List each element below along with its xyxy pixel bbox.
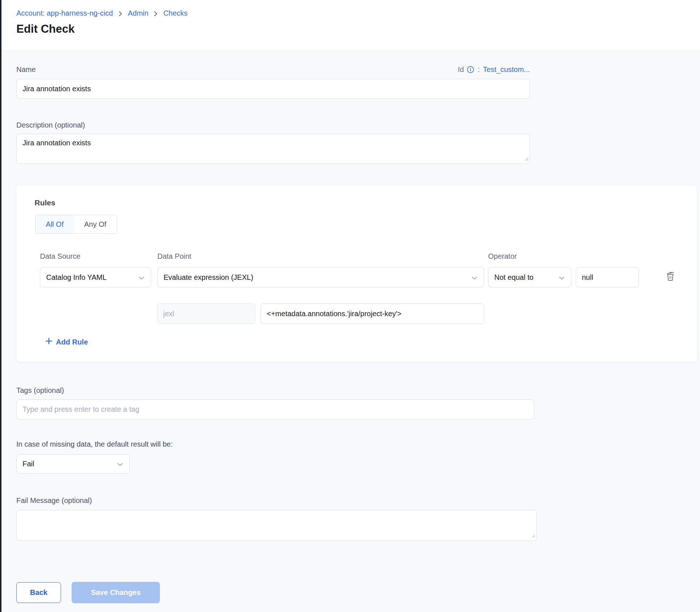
- all-of-tab[interactable]: All Of: [36, 215, 74, 233]
- jexl-input[interactable]: [157, 303, 255, 324]
- operator-column: Operator Not equal to: [488, 253, 571, 287]
- chevron-right-icon: [153, 11, 158, 17]
- data-source-value: Catalog Info YAML: [46, 273, 106, 282]
- data-point-label: Data Point: [157, 253, 484, 260]
- save-changes-button[interactable]: Save Changes: [72, 582, 160, 603]
- tags-input[interactable]: [16, 399, 534, 419]
- any-of-tab[interactable]: Any Of: [74, 215, 117, 233]
- data-point-column: Data Point Evaluate expression (JEXL): [157, 253, 484, 287]
- comparison-value-input[interactable]: [576, 267, 639, 287]
- trash-icon: [665, 270, 675, 283]
- operator-label: Operator: [488, 253, 571, 260]
- resize-handle-icon[interactable]: [530, 533, 535, 539]
- tags-label: Tags (optional): [16, 386, 700, 394]
- rules-mode-toggle: All Of Any Of: [35, 215, 117, 234]
- info-icon[interactable]: [467, 66, 474, 73]
- id-separator: :: [478, 65, 480, 74]
- data-source-select[interactable]: Catalog Info YAML: [40, 267, 151, 287]
- page-header: Account: app-harness-ng-cicd Admin Check…: [1, 0, 700, 51]
- chevron-down-icon: [117, 460, 123, 468]
- form-actions: Back Save Changes: [16, 582, 700, 603]
- rule-row: Data Source Catalog Info YAML Data Point…: [40, 253, 697, 287]
- data-source-label: Data Source: [40, 253, 151, 260]
- edit-check-page: Account: app-harness-ng-cicd Admin Check…: [1, 0, 700, 603]
- page-title: Edit Check: [16, 23, 700, 35]
- fail-message-field: [16, 510, 537, 541]
- rules-card: Rules All Of Any Of Data Source Catalog …: [16, 185, 697, 362]
- edit-check-form: Name Id : Test_custom... Description (op…: [1, 64, 700, 603]
- back-button[interactable]: Back: [16, 582, 61, 603]
- breadcrumb: Account: app-harness-ng-cicd Admin Check…: [16, 9, 700, 17]
- data-point-select[interactable]: Evaluate expression (JEXL): [157, 267, 484, 287]
- fail-message-textarea[interactable]: [16, 510, 537, 541]
- data-source-column: Data Source Catalog Info YAML: [40, 253, 151, 287]
- breadcrumb-admin-link[interactable]: Admin: [128, 9, 149, 17]
- add-rule-button[interactable]: Add Rule: [45, 338, 88, 346]
- chevron-down-icon: [472, 273, 477, 282]
- name-label: Name: [16, 65, 36, 73]
- expression-input[interactable]: [261, 303, 484, 324]
- name-id-row: Name Id : Test_custom...: [16, 64, 530, 75]
- operator-value: Not equal to: [494, 273, 534, 282]
- chevron-down-icon: [559, 273, 564, 282]
- delete-rule-button[interactable]: [665, 270, 675, 283]
- name-input[interactable]: [16, 79, 530, 99]
- chevron-down-icon: [139, 273, 144, 282]
- description-field: Jira annotation exists: [16, 134, 530, 164]
- operator-select[interactable]: Not equal to: [488, 267, 571, 287]
- default-result-select[interactable]: Fail: [16, 454, 130, 474]
- resize-handle-icon[interactable]: [523, 156, 528, 162]
- window-edge-bar: [0, 0, 1, 612]
- default-result-value: Fail: [23, 460, 34, 468]
- rules-heading: Rules: [35, 198, 697, 207]
- missing-data-label: In case of missing data, the default res…: [16, 440, 700, 448]
- plus-icon: [45, 338, 56, 346]
- jexl-expression-row: [157, 303, 697, 324]
- fail-message-label: Fail Message (optional): [16, 496, 700, 504]
- description-label: Description (optional): [16, 121, 700, 129]
- check-id-link[interactable]: Test_custom...: [483, 65, 530, 74]
- chevron-right-icon: [118, 11, 123, 17]
- check-id-row: Id : Test_custom...: [458, 65, 530, 74]
- add-rule-label: Add Rule: [56, 338, 88, 346]
- breadcrumb-checks-link[interactable]: Checks: [163, 9, 188, 17]
- description-textarea[interactable]: Jira annotation exists: [16, 134, 530, 164]
- data-point-value: Evaluate expression (JEXL): [164, 273, 253, 282]
- breadcrumb-account-link[interactable]: Account: app-harness-ng-cicd: [16, 9, 113, 17]
- id-label: Id: [458, 65, 464, 74]
